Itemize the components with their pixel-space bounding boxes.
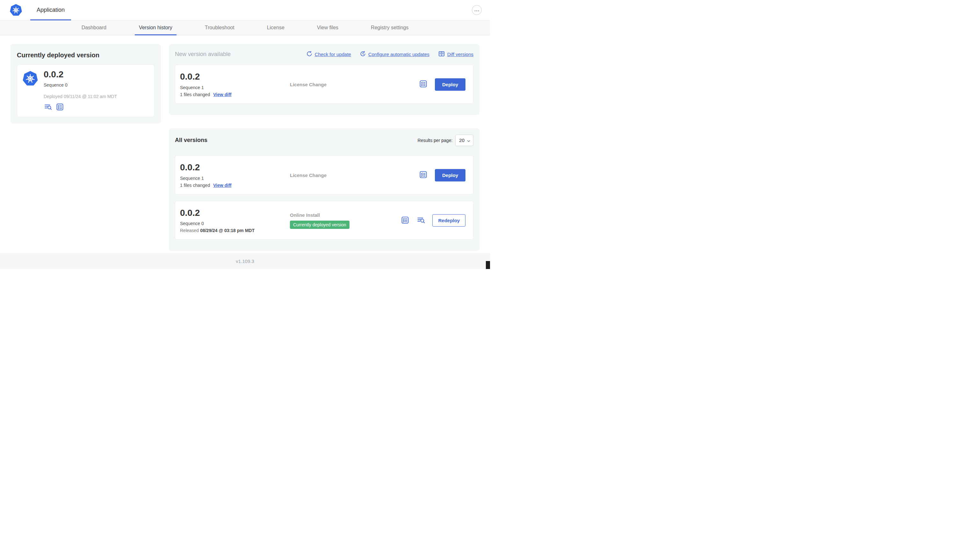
files-changed-text: 1 files changed <box>180 183 210 188</box>
version-row-sequence-1: 0.0.2 Sequence 1 1 files changed View di… <box>175 156 473 195</box>
redeploy-button[interactable]: Redeploy <box>432 214 466 227</box>
new-version-row: 0.0.2 Sequence 1 1 files changed View di… <box>175 65 473 104</box>
ellipsis-icon <box>474 8 479 13</box>
version-source: License Change <box>290 173 419 178</box>
new-version-title: New version available <box>175 51 231 58</box>
preflight-checks-icon <box>56 103 64 112</box>
deploy-button[interactable]: Deploy <box>435 169 466 181</box>
version-source: License Change <box>290 82 419 87</box>
deploy-button[interactable]: Deploy <box>435 78 466 91</box>
preflight-checks-button[interactable] <box>401 216 409 225</box>
currently-deployed-badge: Currently deployed version <box>290 221 350 229</box>
version-row-sequence-0: 0.0.2 Sequence 0 Released08/29/24 @ 03:1… <box>175 201 473 240</box>
preflight-checks-button[interactable] <box>56 103 64 112</box>
files-changed-line: 1 files changed View diff <box>180 183 290 188</box>
deployed-timestamp: Deployed 09/11/24 @ 11:02 am MDT <box>44 94 117 99</box>
files-changed-text: 1 files changed <box>180 92 210 97</box>
check-for-update-link[interactable]: Check for update <box>306 51 351 58</box>
app-nav-tabs: Dashboard Version history Troubleshoot L… <box>0 21 490 35</box>
check-for-update-label: Check for update <box>315 52 351 57</box>
results-per-page-value: 20 <box>459 138 465 143</box>
app-tab-application[interactable]: Application <box>30 0 71 20</box>
deployed-version-info: 0.0.2 Sequence 0 Deployed 09/11/24 @ 11:… <box>44 70 117 112</box>
version-sequence: Sequence 1 <box>180 85 290 90</box>
clock-arrow-icon <box>360 51 366 58</box>
refresh-icon <box>306 51 313 58</box>
deployed-version-card: 0.0.2 Sequence 0 Deployed 09/11/24 @ 11:… <box>17 64 154 117</box>
version-info: 0.0.2 Sequence 0 Released08/29/24 @ 03:1… <box>180 208 290 233</box>
preflight-checks-button[interactable] <box>419 80 428 89</box>
chevron-down-icon <box>467 138 470 143</box>
tab-view-files[interactable]: View files <box>313 21 342 35</box>
more-options-button[interactable] <box>472 5 482 15</box>
new-version-header: New version available Check for update <box>175 50 473 58</box>
preflight-checks-icon <box>401 216 409 225</box>
results-per-page-select[interactable]: 20 <box>455 135 473 146</box>
version-actions: Deploy <box>419 169 466 181</box>
diff-versions-link[interactable]: Diff versions <box>438 50 473 58</box>
new-version-panel: New version available Check for update <box>169 44 479 115</box>
released-date: 08/29/24 @ 03:18 pm MDT <box>200 228 255 233</box>
view-diff-link[interactable]: View diff <box>213 92 231 97</box>
main-content: Currently deployed version <box>0 35 490 253</box>
view-logs-icon <box>417 216 425 225</box>
version-number: 0.0.2 <box>180 163 290 173</box>
view-logs-button[interactable] <box>417 216 425 225</box>
admin-console-page: Application Dashboard Version history Tr… <box>0 0 490 269</box>
currently-deployed-panel: Currently deployed version <box>11 44 161 124</box>
version-sequence: Sequence 0 <box>180 221 290 226</box>
view-diff-link[interactable]: View diff <box>213 183 231 188</box>
version-actions: Redeploy <box>401 214 466 227</box>
version-actions: Deploy <box>419 78 466 91</box>
diff-versions-label: Diff versions <box>447 52 473 57</box>
version-source: Online Install <box>290 212 401 218</box>
currently-deployed-title: Currently deployed version <box>17 52 154 59</box>
all-versions-panel: All versions Results per page: 20 <box>169 128 479 251</box>
console-version: v1.109.3 <box>236 259 254 264</box>
results-per-page: Results per page: 20 <box>418 135 473 146</box>
version-rows: 0.0.2 Sequence 1 1 files changed View di… <box>175 156 473 240</box>
deployed-version-number: 0.0.2 <box>44 70 117 79</box>
all-versions-header: All versions Results per page: 20 <box>175 135 473 146</box>
view-logs-icon <box>44 103 52 112</box>
version-number: 0.0.2 <box>180 208 290 218</box>
tab-dashboard[interactable]: Dashboard <box>78 21 111 35</box>
tab-troubleshoot[interactable]: Troubleshoot <box>201 21 239 35</box>
right-column: New version available Check for update <box>169 44 479 251</box>
tab-version-history[interactable]: Version history <box>135 21 177 35</box>
configure-automatic-updates-label: Configure automatic updates <box>368 52 430 57</box>
diff-icon <box>438 50 445 58</box>
results-per-page-label: Results per page: <box>418 138 453 143</box>
scrollbar-thumb[interactable] <box>486 261 490 269</box>
preflight-checks-button[interactable] <box>419 171 428 179</box>
top-header: Application <box>0 0 490 21</box>
released-prefix: Released <box>180 228 199 233</box>
version-source-column: Online Install Currently deployed versio… <box>290 212 401 229</box>
deployed-sequence: Sequence 0 <box>44 83 117 87</box>
version-source-column: License Change <box>290 82 419 87</box>
files-changed-line: 1 files changed View diff <box>180 92 290 97</box>
version-source-column: License Change <box>290 173 419 178</box>
all-versions-title: All versions <box>175 137 207 144</box>
app-tab-label: Application <box>37 7 65 13</box>
preflight-checks-icon <box>419 79 428 89</box>
version-info: 0.0.2 Sequence 1 1 files changed View di… <box>180 163 290 188</box>
view-logs-button[interactable] <box>44 103 52 112</box>
configure-automatic-updates-link[interactable]: Configure automatic updates <box>360 51 430 58</box>
version-number: 0.0.2 <box>180 72 290 82</box>
footer: v1.109.3 <box>0 253 490 269</box>
new-version-actions: Check for update Configure automatic up <box>306 50 473 58</box>
version-info: 0.0.2 Sequence 1 1 files changed View di… <box>180 72 290 97</box>
app-kubernetes-icon <box>22 70 38 112</box>
kubernetes-logo-icon <box>10 3 22 17</box>
released-line: Released08/29/24 @ 03:18 pm MDT <box>180 228 290 233</box>
version-sequence: Sequence 1 <box>180 176 290 181</box>
tab-registry-settings[interactable]: Registry settings <box>367 21 412 35</box>
preflight-checks-icon <box>419 170 428 180</box>
tab-license[interactable]: License <box>263 21 289 35</box>
deployed-actions <box>44 103 117 112</box>
